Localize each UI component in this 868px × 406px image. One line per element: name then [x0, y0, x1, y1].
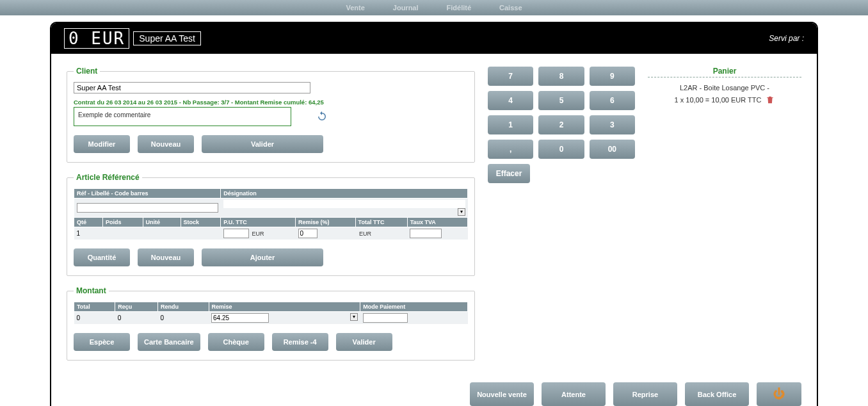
client-modifier-button[interactable]: Modifier — [74, 135, 130, 153]
pu-input[interactable] — [223, 229, 249, 238]
top-nav: Vente Journal Fidélité Caisse — [0, 0, 868, 15]
served-by-label: Servi par : — [769, 34, 804, 43]
article-nouveau-button[interactable]: Nouveau — [138, 248, 194, 266]
power-button[interactable]: ⏻ — [757, 382, 801, 406]
key-8[interactable]: 8 — [538, 67, 584, 86]
col-tauxtva: Taux TVA — [407, 218, 467, 227]
col-recu: Reçu — [115, 302, 158, 312]
footer-actions: Nouvelle vente Attente Reprise Back Offi… — [51, 377, 817, 406]
article-table: Réf - Libellé - Code barres Désignation … — [74, 188, 468, 240]
key-0[interactable]: 0 — [538, 140, 584, 159]
col-stock: Stock — [181, 218, 221, 227]
qte-cell: 1 — [74, 227, 103, 240]
col-unite: Unité — [143, 218, 181, 227]
montant-legend: Montant — [74, 286, 109, 295]
key-comma[interactable]: , — [488, 140, 533, 159]
montant-valider-button[interactable]: Valider — [336, 333, 392, 351]
client-fieldset: Client Contrat du 26 03 2014 au 26 03 20… — [67, 67, 475, 163]
col-poids: Poids — [102, 218, 143, 227]
attente-button[interactable]: Attente — [542, 382, 606, 406]
unite-cell — [143, 227, 181, 240]
poids-cell — [102, 227, 143, 240]
numeric-keypad: 7 8 9 4 5 6 1 2 3 , 0 00 — [488, 67, 635, 183]
reprise-button[interactable]: Reprise — [613, 382, 677, 406]
designation-input[interactable] — [223, 200, 465, 208]
key-1[interactable]: 1 — [488, 115, 533, 134]
client-valider-button[interactable]: Valider — [202, 135, 323, 153]
key-4[interactable]: 4 — [488, 91, 533, 110]
designation-dropdown-icon[interactable]: ▾ — [458, 208, 465, 216]
header: 0 EUR Super AA Test Servi par : — [51, 23, 817, 54]
header-title: Super AA Test — [133, 31, 201, 45]
remise-input[interactable] — [298, 229, 317, 238]
key-3[interactable]: 3 — [590, 115, 635, 134]
key-00[interactable]: 00 — [590, 140, 635, 159]
article-fieldset: Article Référencé Réf - Libellé - Code b… — [67, 173, 475, 276]
col-rendu: Rendu — [157, 302, 209, 312]
nav-fidelite[interactable]: Fidélité — [439, 1, 479, 14]
nav-journal[interactable]: Journal — [385, 1, 426, 14]
client-contract-line: Contrat du 26 03 2014 au 26 03 2015 - Nb… — [74, 99, 468, 106]
key-5[interactable]: 5 — [538, 91, 584, 110]
total-cell: 0 — [74, 312, 115, 325]
key-7[interactable]: 7 — [488, 67, 533, 86]
cart-title: Panier — [648, 67, 801, 77]
client-legend: Client — [74, 67, 100, 76]
article-ajouter-button[interactable]: Ajouter — [202, 248, 323, 266]
client-nouveau-button[interactable]: Nouveau — [138, 135, 194, 153]
col-designation: Désignation — [221, 189, 468, 199]
article-quantite-button[interactable]: Quantité — [74, 248, 130, 266]
eur-label-2: EUR — [358, 231, 371, 237]
col-mode: Mode Paiement — [360, 302, 468, 312]
article-legend: Article Référencé — [74, 173, 142, 182]
remise-dropdown-icon[interactable]: ▾ — [350, 313, 358, 321]
key-clear[interactable]: Effacer — [488, 164, 530, 183]
col-pu: P.U. TTC — [221, 218, 296, 227]
rendu-cell: 0 — [157, 312, 209, 325]
cart-delete-icon[interactable] — [766, 95, 775, 106]
col-mremise: Remise — [209, 302, 360, 312]
remise-montant-input[interactable] — [211, 313, 269, 323]
eur-label-1: EUR — [251, 231, 264, 237]
backoffice-button[interactable]: Back Office — [685, 382, 749, 406]
nav-caisse[interactable]: Caisse — [492, 1, 529, 14]
client-name-input[interactable] — [74, 82, 310, 93]
nouvelle-vente-button[interactable]: Nouvelle vente — [470, 382, 534, 406]
key-2[interactable]: 2 — [538, 115, 584, 134]
col-remise: Remise (%) — [296, 218, 356, 227]
led-total: 0 EUR — [64, 28, 129, 49]
espece-button[interactable]: Espèce — [74, 333, 130, 351]
stock-cell — [181, 227, 221, 240]
cart-item-name: L2AR - Boite Losange PVC - — [648, 84, 801, 92]
ref-input[interactable] — [77, 203, 218, 213]
montant-table: Total Reçu Rendu Remise Mode Paiement 0 … — [74, 302, 468, 324]
main-frame: 0 EUR Super AA Test Servi par : Client C… — [50, 22, 818, 406]
cart-item-price: 1 x 10,00 = 10,00 EUR TTC — [675, 96, 762, 104]
col-totalttc: Total TTC — [355, 218, 407, 227]
nav-vente[interactable]: Vente — [338, 1, 372, 14]
refresh-icon[interactable] — [316, 111, 328, 122]
power-icon: ⏻ — [773, 387, 785, 400]
montant-fieldset: Montant Total Reçu Rendu Remise Mode Pai… — [67, 286, 475, 361]
cart-panel: Panier L2AR - Boite Losange PVC - 1 x 10… — [648, 67, 801, 371]
recu-cell: 0 — [115, 312, 158, 325]
key-6[interactable]: 6 — [590, 91, 635, 110]
tauxtva-input[interactable] — [410, 229, 442, 238]
col-qte: Qté — [74, 218, 103, 227]
mode-paiement-input[interactable] — [363, 313, 408, 323]
carte-bancaire-button[interactable]: Carte Bancaire — [138, 333, 200, 351]
remise-button[interactable]: Remise -4 — [272, 333, 328, 351]
cheque-button[interactable]: Chèque — [208, 333, 264, 351]
key-9[interactable]: 9 — [590, 67, 635, 86]
client-comment-box[interactable]: Exemple de commentaire — [74, 107, 291, 126]
col-ref: Réf - Libellé - Code barres — [74, 189, 221, 199]
col-total: Total — [74, 302, 115, 312]
